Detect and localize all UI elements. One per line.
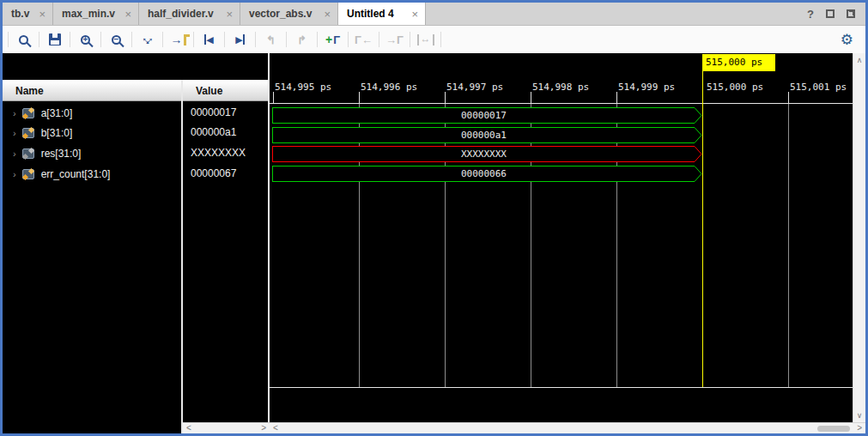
- scroll-right-icon[interactable]: >: [857, 423, 862, 433]
- zoom-in-icon[interactable]: +: [76, 30, 95, 49]
- time-tick-mark: [273, 92, 274, 103]
- previous-transition-icon[interactable]: ↰: [261, 30, 281, 49]
- tab-max-min-v[interactable]: max_min.v ×: [53, 3, 139, 25]
- window-controls: ?: [807, 3, 865, 25]
- name-column-header[interactable]: Name: [3, 80, 181, 101]
- bus-signal-icon: [22, 108, 34, 118]
- tab-tb-v[interactable]: tb.v ×: [3, 3, 53, 25]
- signal-name-panel: Name › a[31:0] › b[31:0] › res[31:0] › e…: [3, 53, 181, 433]
- scroll-right-icon[interactable]: >: [261, 423, 266, 433]
- time-tick-label: 514,997 ps: [446, 82, 503, 93]
- toolbar-separator: [286, 32, 287, 47]
- cursor-time-flag[interactable]: 515,000 ps: [702, 54, 775, 71]
- toolbar-separator: [440, 32, 441, 47]
- tab-close-icon[interactable]: ×: [324, 8, 331, 21]
- zoom-out-icon[interactable]: −: [106, 30, 126, 49]
- signal-name: err_count[31:0]: [41, 168, 111, 180]
- wave-bus-res: XXXXXXXX: [272, 146, 703, 162]
- tab-label: Untitled 4: [347, 8, 394, 20]
- scroll-left-icon[interactable]: <: [186, 423, 191, 433]
- scroll-down-icon[interactable]: ∨: [857, 409, 863, 422]
- signal-name: a[31:0]: [41, 107, 73, 119]
- toolbar-separator: [39, 32, 39, 47]
- help-icon[interactable]: ?: [807, 8, 814, 21]
- next-marker-icon[interactable]: →Γ: [385, 30, 404, 49]
- swap-cursors-icon[interactable]: ↔: [416, 30, 435, 49]
- float-window-icon[interactable]: [847, 9, 855, 18]
- time-tick-label: 515,000 ps: [707, 82, 763, 93]
- zoom-to-cursor-icon[interactable]: →: [168, 30, 188, 49]
- signal-value: 000000a1: [183, 123, 268, 142]
- tab-label: max_min.v: [62, 8, 115, 20]
- bus-transition-chevron: [695, 127, 703, 143]
- bus-transition-chevron: [695, 107, 703, 124]
- tab-label: vector_abs.v: [249, 8, 312, 20]
- signal-name: res[31:0]: [41, 148, 82, 160]
- time-tick-mark: [445, 92, 446, 103]
- toolbar-separator: [193, 32, 194, 47]
- go-to-time-0-icon[interactable]: ◀: [199, 30, 219, 49]
- time-tick-label: 514,998 ps: [532, 82, 589, 93]
- time-tick-label: 515,001 ps: [790, 82, 847, 93]
- time-tick-mark: [616, 92, 617, 103]
- scroll-left-icon[interactable]: <: [273, 423, 278, 433]
- signal-value: 00000017: [183, 103, 268, 123]
- maximize-icon[interactable]: [826, 9, 835, 18]
- toolbar-separator: [131, 32, 132, 47]
- tab-bar: tb.v × max_min.v × half_divider.v × vect…: [3, 3, 865, 26]
- tab-vector-abs-v[interactable]: vector_abs.v ×: [240, 3, 338, 25]
- search-icon[interactable]: [14, 30, 33, 49]
- signal-row-res[interactable]: › res[31:0]: [3, 143, 181, 163]
- tab-label: tb.v: [11, 8, 29, 20]
- bus-value: XXXXXXXX: [273, 147, 695, 161]
- expand-caret-icon[interactable]: ›: [13, 128, 16, 138]
- grid-line: [788, 104, 789, 387]
- zoom-fit-icon[interactable]: ↔↔: [137, 30, 157, 49]
- toolbar-separator: [8, 32, 9, 47]
- signal-row-a[interactable]: › a[31:0]: [3, 103, 181, 123]
- toolbar-separator: [162, 32, 163, 47]
- bus-signal-icon: [22, 169, 34, 179]
- toolbar-separator: [348, 32, 349, 47]
- expand-caret-icon[interactable]: ›: [13, 169, 16, 179]
- tab-untitled-4[interactable]: Untitled 4 ×: [338, 3, 426, 25]
- time-tick-label: 514,995 ps: [275, 82, 331, 93]
- vertical-scrollbar[interactable]: ∧ ∨: [853, 53, 865, 422]
- value-horizontal-scrollbar[interactable]: < >: [183, 422, 270, 433]
- settings-gear-icon[interactable]: ⚙: [841, 31, 853, 48]
- expand-caret-icon[interactable]: ›: [13, 108, 16, 118]
- toolbar-separator: [317, 32, 318, 47]
- signal-value: 00000067: [183, 164, 268, 184]
- tab-close-icon[interactable]: ×: [124, 8, 131, 21]
- add-marker-icon[interactable]: +Γ: [323, 30, 343, 49]
- go-to-last-time-icon[interactable]: ▶: [230, 30, 250, 49]
- signal-value: XXXXXXXX: [183, 143, 268, 163]
- waveform-canvas[interactable]: 514,995 ps 514,996 ps 514,997 ps 514,998…: [270, 53, 853, 433]
- time-tick-mark: [359, 92, 360, 103]
- signal-row-b[interactable]: › b[31:0]: [3, 123, 181, 142]
- signal-row-err-count[interactable]: › err_count[31:0]: [3, 164, 181, 184]
- expand-caret-icon[interactable]: ›: [13, 148, 16, 159]
- bus-transition-chevron: [695, 166, 703, 182]
- bus-value: 00000017: [273, 108, 695, 123]
- wave-horizontal-scrollbar[interactable]: < >: [270, 422, 865, 433]
- scroll-up-icon[interactable]: ∧: [857, 53, 863, 67]
- signal-name: b[31:0]: [41, 127, 73, 139]
- bus-value: 00000066: [273, 167, 695, 181]
- signal-value-panel: Value 00000017 000000a1 XXXXXXXX 0000006…: [183, 53, 268, 433]
- wave-bus-b: 000000a1: [272, 127, 703, 143]
- next-transition-icon[interactable]: ↱: [292, 30, 312, 49]
- tab-half-divider-v[interactable]: half_divider.v ×: [139, 3, 240, 25]
- time-tick-label: 514,999 ps: [618, 82, 675, 93]
- toolbar-separator: [224, 32, 225, 47]
- bus-value: 000000a1: [273, 128, 695, 142]
- scrollbar-thumb[interactable]: [817, 426, 850, 432]
- value-column-header[interactable]: Value: [183, 80, 268, 101]
- wave-bus-err-count: 00000066: [272, 166, 703, 182]
- bus-signal-icon: [22, 128, 34, 138]
- save-wave-config-icon[interactable]: [45, 30, 64, 49]
- tab-close-icon[interactable]: ×: [39, 8, 46, 21]
- tab-close-icon[interactable]: ×: [226, 8, 233, 21]
- previous-marker-icon[interactable]: Γ←: [354, 30, 373, 49]
- tab-close-icon[interactable]: ×: [411, 8, 418, 21]
